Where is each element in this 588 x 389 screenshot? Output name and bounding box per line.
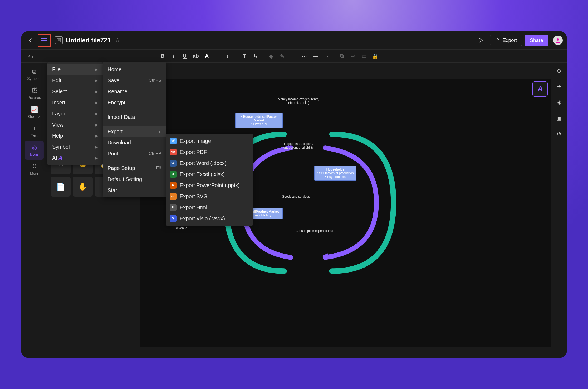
menu-item-label: Export Image	[180, 138, 211, 144]
menu-item-label: Export Visio (.vsdx)	[180, 216, 225, 222]
icon-tile-document[interactable]: 📄	[51, 177, 71, 197]
diagram-label: Money income (wages, rents, interest, pr…	[277, 97, 320, 105]
history-button[interactable]: ↺	[554, 129, 564, 139]
chevron-right-icon: ▶	[95, 67, 98, 71]
ai-icon: A	[58, 155, 62, 161]
share-button[interactable]: Share	[525, 35, 548, 46]
chevron-right-icon: ▶	[95, 123, 98, 127]
sidebar-item-label: More	[30, 171, 38, 176]
visio-icon: V	[170, 215, 177, 222]
line-style-button[interactable]: —	[310, 51, 321, 61]
share-button-label: Share	[530, 37, 543, 43]
menu-item-symbol[interactable]: Symbol ▶	[47, 141, 103, 152]
menu-item-rename[interactable]: Rename	[103, 86, 166, 97]
diagram-label: Revenue	[175, 226, 187, 230]
theme-button[interactable]: ◈	[554, 98, 564, 107]
app-logo-badge[interactable]: A	[532, 81, 548, 97]
chevron-right-icon: ▶	[95, 79, 98, 82]
svg-icon: SVG	[170, 193, 177, 200]
fill-button[interactable]: ◆	[266, 51, 277, 61]
fill-color-button[interactable]: ◇	[554, 66, 564, 75]
menu-item-layout[interactable]: Layout ▶	[47, 108, 103, 119]
menu-item-ai[interactable]: AI A ▶	[47, 152, 103, 163]
import-button[interactable]: ⇥	[554, 82, 564, 91]
main-menu-button[interactable]	[39, 35, 50, 46]
line-height-button[interactable]: ↕≡	[223, 51, 234, 61]
group-button[interactable]: ⧉	[336, 51, 347, 61]
menu-item-save[interactable]: SaveCtrl+S	[103, 75, 166, 86]
layer-button[interactable]: ▭	[359, 51, 370, 61]
menu-item-export-image[interactable]: 🖼Export Image	[166, 135, 253, 147]
menu-item-export-powerpoint[interactable]: PExport PowerPoint (.pptx)	[166, 180, 253, 191]
menu-shortcut: Ctrl+S	[149, 78, 161, 83]
favorite-star[interactable]: ☆	[115, 37, 120, 44]
strikethrough-button[interactable]: ab	[190, 51, 201, 61]
distribute-button[interactable]: ⇿	[347, 51, 359, 61]
font-color-button[interactable]: A	[201, 51, 212, 61]
file-submenu: Home SaveCtrl+S Rename Encrypt Import Da…	[103, 62, 166, 197]
icon-tile-hand[interactable]: ✋	[73, 177, 93, 197]
upload-icon	[496, 38, 500, 43]
menu-item-page-setup[interactable]: Page SetupF6	[103, 163, 166, 174]
italic-button[interactable]: I	[168, 51, 179, 61]
menu-item-insert[interactable]: Insert ▶	[47, 97, 103, 108]
sidebar-item-label: Pictures	[28, 95, 41, 100]
sidebar-item-pictures[interactable]: 🖼 Pictures	[25, 84, 44, 103]
dashed-button[interactable]: ⋯	[299, 51, 310, 61]
menu-item-select[interactable]: Select ▶	[47, 86, 103, 97]
sidebar-item-text[interactable]: T Text	[25, 122, 44, 141]
sidebar-item-icons[interactable]: ◎ Icons	[25, 141, 44, 160]
menu-item-print[interactable]: PrintCtrl+P	[103, 148, 166, 159]
text-icon: T	[31, 125, 38, 132]
back-button[interactable]	[25, 35, 36, 46]
sidebar-item-graphs[interactable]: 📈 Graphs	[25, 103, 44, 122]
menu-item-default-setting[interactable]: Default Setting	[103, 174, 166, 185]
menu-item-export-visio[interactable]: VExport Visio (.vsdx)	[166, 213, 253, 224]
line-weight-button[interactable]: ≡	[288, 51, 299, 61]
menu-item-export[interactable]: Export▶	[103, 126, 166, 137]
pdf-icon: PDF	[170, 149, 177, 155]
undo-button[interactable]	[25, 51, 36, 61]
diagram-box-households[interactable]: Households • Sell factors of production …	[314, 166, 356, 181]
menu-item-import-data[interactable]: Import Data	[103, 111, 166, 123]
sidebar-item-more[interactable]: ⠿ More	[25, 160, 44, 179]
menu-item-export-svg[interactable]: SVGExport SVG	[166, 191, 253, 202]
bold-button[interactable]: B	[157, 51, 168, 61]
menu-item-star[interactable]: Star	[103, 185, 166, 196]
list-button[interactable]: ≡	[554, 343, 564, 353]
diagram-box-line: Households	[317, 168, 354, 171]
diagram-box-line: • Buy products	[317, 175, 354, 179]
sidebar-item-symbols[interactable]: ⧉ Symbols	[25, 65, 44, 84]
underline-button[interactable]: U	[179, 51, 190, 61]
menu-item-download[interactable]: Download	[103, 137, 166, 148]
pictures-icon: 🖼	[31, 87, 38, 94]
menu-item-label: Help	[52, 133, 63, 139]
export-button[interactable]: Export	[490, 35, 522, 46]
play-button[interactable]	[475, 35, 486, 46]
menu-item-edit[interactable]: Edit ▶	[47, 75, 103, 86]
menu-item-export-excel[interactable]: XExport Excel (.xlsx)	[166, 169, 253, 180]
menu-item-file[interactable]: File ▶	[47, 64, 103, 75]
menu-item-view[interactable]: View ▶	[47, 119, 103, 130]
connector-button[interactable]: ↳	[250, 51, 261, 61]
menu-item-home[interactable]: Home	[103, 64, 166, 75]
stroke-button[interactable]: ✎	[277, 51, 288, 61]
app-window: Untitled file721 ☆ Export Share B I U ab…	[21, 31, 567, 358]
align-button[interactable]: ≡	[212, 51, 223, 61]
menu-item-encrypt[interactable]: Encrypt	[103, 97, 166, 108]
left-sidebar: ⧉ Symbols 🖼 Pictures 📈 Graphs T Text ◎ I…	[21, 63, 47, 358]
present-button[interactable]: ▣	[554, 113, 564, 123]
main-menu: File ▶ Edit ▶ Select ▶ Insert ▶ Layout ▶…	[47, 62, 103, 165]
avatar[interactable]	[553, 36, 563, 45]
menu-item-export-word[interactable]: WExport Word (.docx)	[166, 158, 253, 169]
menu-shortcut: F6	[156, 166, 161, 171]
menu-item-export-html[interactable]: HExport Html	[166, 202, 253, 213]
diagram-box-factor-market[interactable]: • Households sellFactor Market • Firms b…	[235, 113, 283, 128]
menu-item-label: View	[52, 122, 63, 128]
menu-shortcut: Ctrl+P	[149, 151, 161, 156]
menu-item-help[interactable]: Help ▶	[47, 130, 103, 141]
lock-button[interactable]: 🔒	[370, 51, 381, 61]
menu-item-export-pdf[interactable]: PDFExport PDF	[166, 147, 253, 158]
text-tool-button[interactable]: T	[239, 51, 250, 61]
arrow-button[interactable]: →	[321, 51, 332, 61]
